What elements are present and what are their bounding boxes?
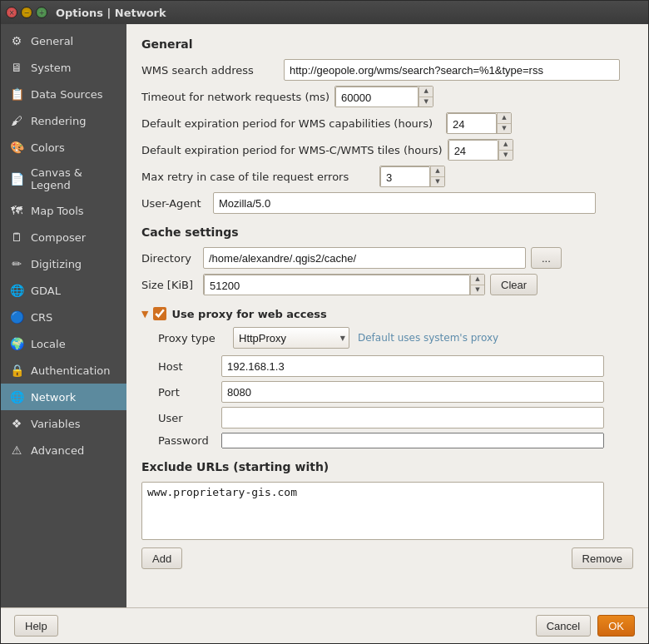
clear-button[interactable]: Clear xyxy=(490,274,538,295)
sidebar-item-system[interactable]: 🖥 System xyxy=(1,54,126,81)
sidebar-item-label: Advanced xyxy=(31,444,84,457)
gdal-icon: 🌐 xyxy=(9,283,24,298)
titlebar: × − + Options | Network xyxy=(1,1,648,24)
retry-spinbox[interactable]: ▲ ▼ xyxy=(379,166,445,187)
sidebar-item-map-tools[interactable]: 🗺 Map Tools xyxy=(1,197,126,224)
sidebar-item-label: Canvas & Legend xyxy=(31,166,118,191)
system-icon: 🖥 xyxy=(9,60,24,75)
window-controls: × − + xyxy=(6,7,47,18)
timeout-down-arrow[interactable]: ▼ xyxy=(419,97,433,107)
wms-expire-row: Default expiration period for WMS capabi… xyxy=(141,112,633,134)
sidebar-item-label: System xyxy=(31,62,71,74)
sidebar-item-composer[interactable]: 🗒 Composer xyxy=(1,224,126,250)
wms-row: WMS search address xyxy=(141,59,633,81)
wmsc-expire-down-arrow[interactable]: ▼ xyxy=(499,151,513,161)
size-input[interactable] xyxy=(204,275,470,295)
sidebar-item-authentication[interactable]: 🔒 Authentication xyxy=(1,357,126,384)
sidebar-item-label: Digitizing xyxy=(31,258,82,270)
data-sources-icon: 📋 xyxy=(9,87,24,102)
host-input[interactable] xyxy=(221,355,604,377)
proxy-body: Proxy type HttpProxy Socks5Proxy Default… xyxy=(141,327,633,448)
sidebar-item-label: GDAL xyxy=(31,285,61,297)
wmsc-expire-spinbox[interactable]: ▲ ▼ xyxy=(448,139,513,161)
timeout-spinbox[interactable]: ▲ ▼ xyxy=(334,86,433,107)
content-area: ⚙ General 🖥 System 📋 Data Sources 🖌 Rend… xyxy=(1,24,648,607)
directory-row: Directory ... xyxy=(141,247,633,269)
proxy-section: ▼ Use proxy for web access Proxy type Ht… xyxy=(141,307,633,448)
ok-button[interactable]: OK xyxy=(597,615,635,637)
bottom-bar: Help Cancel OK xyxy=(1,607,648,643)
user-row: User xyxy=(158,407,633,429)
sidebar-item-advanced[interactable]: ⚠ Advanced xyxy=(1,437,126,463)
wms-expire-down-arrow[interactable]: ▼ xyxy=(498,124,511,134)
password-row: Password xyxy=(158,433,633,448)
retry-input[interactable] xyxy=(380,166,430,187)
proxy-type-select-wrap: HttpProxy Socks5Proxy DefaultProxy NoPro… xyxy=(233,327,349,349)
cancel-button[interactable]: Cancel xyxy=(536,615,591,637)
wms-expire-spinbox[interactable]: ▲ ▼ xyxy=(446,112,512,134)
retry-up-arrow[interactable]: ▲ xyxy=(431,166,444,177)
remove-button[interactable]: Remove xyxy=(572,547,633,569)
sidebar-item-variables[interactable]: ❖ Variables xyxy=(1,410,126,437)
proxy-checkbox[interactable] xyxy=(153,307,166,320)
wms-expire-input[interactable] xyxy=(447,113,497,134)
user-input[interactable] xyxy=(221,407,604,429)
help-button[interactable]: Help xyxy=(14,615,58,637)
sidebar-item-locale[interactable]: 🌍 Locale xyxy=(1,330,126,357)
timeout-input[interactable] xyxy=(335,87,419,107)
crs-icon: 🔵 xyxy=(9,310,24,324)
user-label: User xyxy=(158,412,216,424)
wmsc-expire-label: Default expiration period for WMS-C/WMTS… xyxy=(141,144,443,156)
wms-expire-up-arrow[interactable]: ▲ xyxy=(498,113,511,124)
sidebar-item-crs[interactable]: 🔵 CRS xyxy=(1,304,126,330)
timeout-up-arrow[interactable]: ▲ xyxy=(419,87,433,97)
size-down-arrow[interactable]: ▼ xyxy=(471,285,484,295)
proxy-type-select[interactable]: HttpProxy Socks5Proxy DefaultProxy NoPro… xyxy=(233,327,349,349)
composer-icon: 🗒 xyxy=(9,230,24,245)
exclude-buttons: Add Remove xyxy=(141,547,633,569)
port-input[interactable] xyxy=(221,381,604,403)
proxy-type-row: Proxy type HttpProxy Socks5Proxy Default… xyxy=(158,327,633,349)
proxy-fields: Host Port User Password xyxy=(158,355,633,448)
sidebar-item-colors[interactable]: 🎨 Colors xyxy=(1,134,126,161)
sidebar-item-label: Variables xyxy=(31,418,80,430)
password-input[interactable] xyxy=(221,433,604,448)
digitizing-icon: ✏ xyxy=(9,256,24,271)
port-row: Port xyxy=(158,381,633,403)
sidebar-item-data-sources[interactable]: 📋 Data Sources xyxy=(1,81,126,107)
wms-input[interactable] xyxy=(284,59,620,81)
sidebar-item-digitizing[interactable]: ✏ Digitizing xyxy=(1,250,126,277)
port-label: Port xyxy=(158,386,216,399)
cache-section: Cache settings Directory ... Size [KiB] … xyxy=(141,225,633,295)
sidebar-item-general[interactable]: ⚙ General xyxy=(1,27,126,54)
size-spinbox[interactable]: ▲ ▼ xyxy=(203,274,485,295)
retry-label: Max retry in case of tile request errors xyxy=(141,171,374,183)
canvas-icon: 📄 xyxy=(9,171,24,186)
useragent-input[interactable] xyxy=(213,192,596,214)
browse-button[interactable]: ... xyxy=(531,247,562,269)
minimize-button[interactable]: − xyxy=(21,7,32,18)
directory-input[interactable] xyxy=(203,247,526,269)
size-up-arrow[interactable]: ▲ xyxy=(471,275,484,285)
close-button[interactable]: × xyxy=(6,7,17,18)
maximize-button[interactable]: + xyxy=(36,7,47,18)
retry-row: Max retry in case of tile request errors… xyxy=(141,166,633,187)
sidebar-item-rendering[interactable]: 🖌 Rendering xyxy=(1,107,126,134)
wmsc-expire-input[interactable] xyxy=(448,140,498,161)
sidebar-item-canvas-legend[interactable]: 📄 Canvas & Legend xyxy=(1,161,126,197)
sidebar-item-label: Authentication xyxy=(31,364,110,377)
size-label: Size [KiB] xyxy=(141,279,198,291)
retry-down-arrow[interactable]: ▼ xyxy=(431,177,444,187)
bottom-buttons: Cancel OK xyxy=(536,615,635,637)
exclude-textarea[interactable]: www.proprietary-gis.com xyxy=(141,482,604,540)
wmsc-expire-up-arrow[interactable]: ▲ xyxy=(499,140,513,151)
useragent-label: User-Agent xyxy=(141,197,208,210)
add-button[interactable]: Add xyxy=(141,547,182,569)
proxy-collapse-icon[interactable]: ▼ xyxy=(141,309,148,320)
sidebar-item-label: Locale xyxy=(31,338,66,350)
sidebar-item-gdal[interactable]: 🌐 GDAL xyxy=(1,277,126,304)
window-title: Options | Network xyxy=(56,7,166,19)
sidebar-item-label: Composer xyxy=(31,231,86,244)
directory-label: Directory xyxy=(141,252,198,265)
sidebar-item-network[interactable]: 🌐 Network xyxy=(1,384,126,410)
